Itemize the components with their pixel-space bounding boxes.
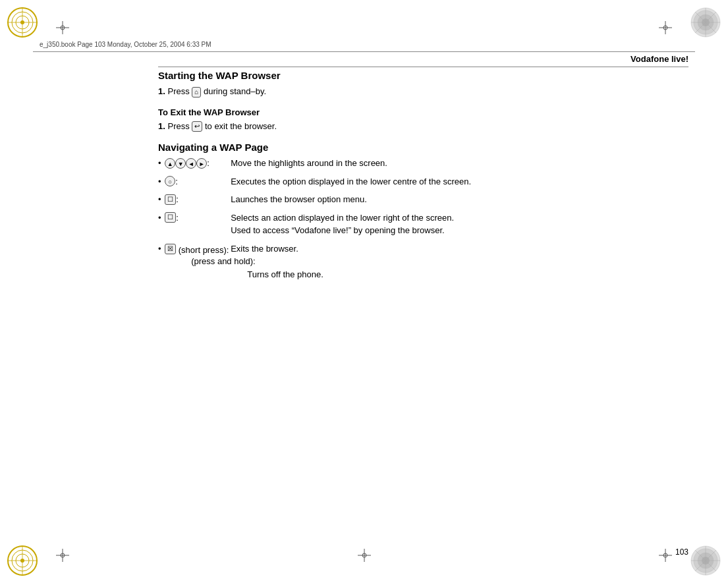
section-exit-wap: To Exit the WAP Browser 1. Press ↩ to ex…	[158, 107, 675, 133]
svg-point-19	[20, 559, 24, 563]
bullet-3: •	[158, 193, 163, 206]
step-exit-wap-1: 1. Press ↩ to exit the browser.	[158, 120, 675, 133]
arrow-right-icon: ►	[196, 158, 207, 169]
icon-part-end-key: ☒ (short press):	[165, 242, 231, 257]
header-bar: e_j350.book Page 103 Monday, October 25,…	[0, 38, 728, 51]
right-soft-key-icon: ☐	[165, 212, 176, 223]
step-text-press-exit: Press	[167, 121, 192, 131]
left-soft-colon: :	[176, 193, 179, 206]
arrow-up-icon: ▲	[165, 158, 175, 169]
nav-desc-right-soft: Selects an action displayed in the lower…	[231, 211, 675, 237]
section-navigating-wap: Navigating a WAP Page • ▲ ▼ ◄ ► : Move t…	[158, 142, 675, 281]
heading-starting-wap: Starting the WAP Browser	[158, 70, 675, 81]
nav-desc-arrows: Move the highlights around in the screen…	[231, 157, 675, 170]
crosshair-bottom-right	[659, 549, 672, 562]
wap-start-key-icon: ⌂	[192, 87, 201, 97]
nav-item-left-soft: • ☐ : Launches the browser option menu.	[158, 193, 675, 206]
nav-desc-left-soft: Launches the browser option menu.	[231, 193, 675, 206]
nav-item-arrows: • ▲ ▼ ◄ ► : Move the highlights around i…	[158, 157, 675, 170]
bullet-2: •	[158, 175, 163, 188]
icon-part-arrows: ▲ ▼ ◄ ► :	[165, 157, 231, 170]
step-text-exit: to exit the browser.	[205, 121, 277, 131]
page-number: 103	[675, 547, 688, 557]
crosshair-bottom-left	[56, 549, 69, 562]
center-colon: :	[175, 175, 178, 188]
wap-exit-key-icon: ↩	[192, 121, 202, 132]
bullet-4: •	[158, 211, 163, 225]
end-key-icon: ☒	[165, 244, 176, 254]
header-meta-text: e_j350.book Page 103 Monday, October 25,…	[40, 41, 688, 48]
arrow-down-icon: ▼	[175, 158, 186, 169]
corner-decoration-bl	[5, 543, 40, 578]
step-number-exit-1: 1.	[158, 121, 165, 131]
crosshair-top-right	[659, 21, 672, 34]
bullet-1: •	[158, 157, 163, 170]
press-hold-label: (press and hold):	[191, 256, 256, 266]
content-area: Starting the WAP Browser 1. Press ⌂ duri…	[158, 70, 675, 530]
bullet-5: •	[158, 242, 163, 256]
center-btn-icon: ○	[165, 176, 175, 186]
crosshair-top-left	[56, 21, 69, 34]
top-rule	[33, 51, 695, 52]
short-press-label: (short press):	[176, 244, 229, 257]
step-text-during: during stand–by.	[204, 86, 266, 96]
nav-item-end-key: • ☒ (short press): Exits the browser. (p…	[158, 242, 675, 281]
corner-decoration-tl	[5, 5, 40, 40]
crosshair-bottom-center	[358, 549, 371, 562]
arrow-colon: :	[207, 157, 210, 170]
step-number-1: 1.	[158, 86, 165, 96]
svg-point-5	[20, 20, 24, 24]
left-soft-key-icon: ☐	[165, 194, 176, 205]
section-title-bar: Vodafone live!	[158, 54, 688, 67]
nav-desc-end-key: Exits the browser. (press and hold): Tur…	[231, 242, 675, 281]
nav-item-right-soft: • ☐ : Selects an action displayed in the…	[158, 211, 675, 237]
heading-exit-wap: To Exit the WAP Browser	[158, 107, 675, 117]
icon-part-right-soft: ☐ :	[165, 211, 231, 225]
nav-item-center: • ○ : Executes the option displayed in t…	[158, 175, 675, 188]
step-starting-wap-1: 1. Press ⌂ during stand–by.	[158, 85, 675, 98]
nav-desc-center: Executes the option displayed in the low…	[231, 175, 675, 188]
right-soft-colon: :	[176, 211, 179, 225]
corner-decoration-br	[688, 543, 723, 578]
icon-part-left-soft: ☐ :	[165, 193, 231, 206]
arrow-left-icon: ◄	[186, 158, 196, 169]
step-text-press: Press	[167, 86, 192, 96]
section-title: Vodafone live!	[630, 54, 688, 64]
icon-part-center: ○ :	[165, 175, 231, 188]
section-starting-wap: Starting the WAP Browser 1. Press ⌂ duri…	[158, 70, 675, 98]
corner-decoration-tr	[688, 5, 723, 40]
heading-navigating-wap: Navigating a WAP Page	[158, 142, 675, 153]
